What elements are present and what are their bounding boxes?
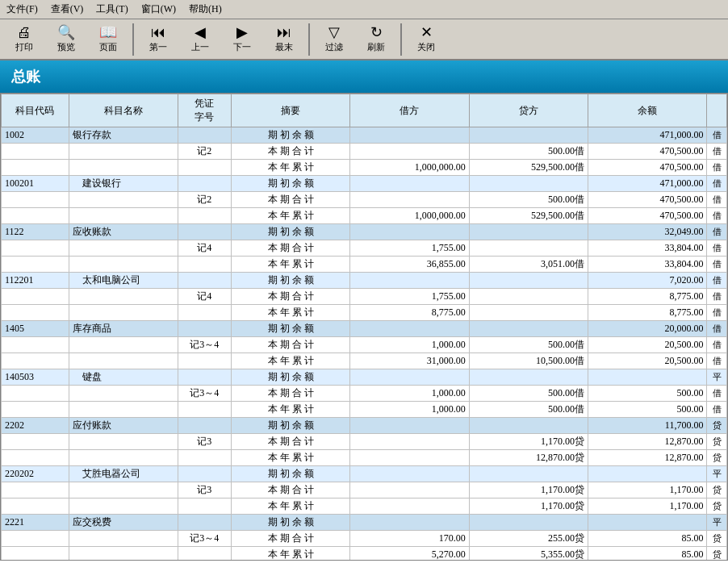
refresh-label: 刷新 bbox=[367, 41, 385, 53]
cell-name bbox=[69, 305, 178, 321]
cell-debit: 1,755.00 bbox=[350, 240, 469, 257]
cell-summary: 本 年 累 计 bbox=[231, 450, 349, 466]
cell-name bbox=[69, 531, 178, 547]
cell-dir: 借 bbox=[707, 192, 727, 208]
refresh-button[interactable]: ↻ 刷新 bbox=[357, 23, 395, 56]
page-label: 页面 bbox=[99, 41, 117, 53]
cell-credit: 10,500.00借 bbox=[469, 353, 588, 369]
cell-summary: 期 初 余 额 bbox=[231, 369, 349, 386]
prev-button[interactable]: ◀ 上一 bbox=[181, 23, 220, 56]
cell-credit bbox=[469, 466, 588, 482]
cell-voucher bbox=[178, 257, 231, 273]
table-row: 112201太和电脑公司期 初 余 额7,020.00借 bbox=[2, 273, 727, 289]
cell-code bbox=[2, 160, 69, 176]
preview-icon: 🔍 bbox=[57, 25, 75, 40]
menu-help[interactable]: 帮助(H) bbox=[186, 2, 225, 17]
cell-debit bbox=[350, 450, 469, 466]
cell-name: 太和电脑公司 bbox=[69, 273, 178, 289]
cell-name bbox=[69, 482, 178, 498]
table-row: 本 年 累 计31,000.0010,500.00借20,500.00借 bbox=[2, 353, 727, 369]
close-label: 关闭 bbox=[417, 41, 435, 53]
cell-voucher: 记3 bbox=[178, 434, 231, 450]
menu-window[interactable]: 窗口(W) bbox=[138, 2, 179, 17]
table-row: 本 年 累 计1,000.00500.00借500.00借 bbox=[2, 402, 727, 418]
cell-voucher bbox=[178, 466, 231, 482]
cell-debit bbox=[350, 466, 469, 482]
prev-label: 上一 bbox=[191, 41, 209, 53]
cell-credit: 500.00借 bbox=[469, 192, 588, 208]
header-name: 科目名称 bbox=[69, 94, 178, 127]
menu-tools[interactable]: 工具(T) bbox=[93, 2, 131, 17]
cell-credit: 500.00借 bbox=[469, 386, 588, 402]
cell-credit bbox=[469, 321, 588, 337]
cell-voucher: 记4 bbox=[178, 240, 231, 257]
cell-name bbox=[69, 289, 178, 305]
cell-dir: 借 bbox=[707, 353, 727, 369]
close-button[interactable]: ✕ 关闭 bbox=[407, 23, 446, 56]
cell-voucher bbox=[178, 176, 231, 192]
page-button[interactable]: 📖 页面 bbox=[89, 23, 128, 56]
menu-bar: 文件(F) 查看(V) 工具(T) 窗口(W) 帮助(H) bbox=[0, 0, 728, 19]
cell-debit: 1,755.00 bbox=[350, 289, 469, 305]
filter-button[interactable]: ▽ 过滤 bbox=[315, 23, 354, 56]
cell-debit bbox=[350, 482, 469, 498]
cell-code bbox=[2, 434, 69, 450]
cell-summary: 本 年 累 计 bbox=[231, 305, 349, 321]
cell-dir: 贷 bbox=[707, 434, 727, 450]
cell-dir: 借 bbox=[707, 224, 727, 240]
last-button[interactable]: ⏭ 最末 bbox=[265, 23, 303, 56]
cell-dir: 平 bbox=[707, 369, 727, 386]
cell-voucher bbox=[178, 127, 231, 144]
table-row: 220202艾胜电器公司期 初 余 额平 bbox=[2, 466, 727, 482]
cell-debit: 1,000.00 bbox=[350, 337, 469, 353]
cell-summary: 本 期 合 计 bbox=[231, 192, 349, 208]
cell-dir: 借 bbox=[707, 257, 727, 273]
cell-voucher bbox=[178, 450, 231, 466]
cell-dir: 借 bbox=[707, 144, 727, 160]
cell-voucher bbox=[178, 402, 231, 418]
table-row: 140503键盘期 初 余 额平 bbox=[2, 369, 727, 386]
first-button[interactable]: ⏮ 第一 bbox=[139, 23, 178, 56]
cell-balance: 33,804.00 bbox=[588, 257, 707, 273]
table-row: 记3～4本 期 合 计1,000.00500.00借20,500.00借 bbox=[2, 337, 727, 353]
cell-voucher bbox=[178, 369, 231, 386]
cell-voucher bbox=[178, 160, 231, 176]
cell-balance: 33,804.00 bbox=[588, 240, 707, 257]
table-row: 100201建设银行期 初 余 额471,000.00借 bbox=[2, 176, 727, 192]
first-icon: ⏮ bbox=[151, 25, 165, 40]
cell-dir: 借 bbox=[707, 273, 727, 289]
header-credit: 贷方 bbox=[469, 94, 588, 127]
cell-name bbox=[69, 434, 178, 450]
cell-debit: 170.00 bbox=[350, 531, 469, 547]
menu-view[interactable]: 查看(V) bbox=[48, 2, 87, 17]
cell-balance: 20,500.00 bbox=[588, 353, 707, 369]
cell-code: 112201 bbox=[2, 273, 69, 289]
page-title: 总账 bbox=[0, 60, 728, 93]
table-row: 本 年 累 计1,000,000.00529,500.00借470,500.00… bbox=[2, 208, 727, 224]
table-row: 记4本 期 合 计1,755.008,775.00借 bbox=[2, 289, 727, 305]
cell-voucher: 记2 bbox=[178, 144, 231, 160]
cell-summary: 本 年 累 计 bbox=[231, 160, 349, 176]
next-button[interactable]: ▶ 下一 bbox=[223, 23, 261, 56]
cell-debit: 1,000,000.00 bbox=[350, 160, 469, 176]
cell-summary: 本 期 合 计 bbox=[231, 482, 349, 498]
table-row: 2221应交税费期 初 余 额平 bbox=[2, 515, 727, 531]
print-label: 打印 bbox=[15, 41, 33, 53]
cell-summary: 本 年 累 计 bbox=[231, 547, 349, 561]
table-row: 本 年 累 计8,775.008,775.00借 bbox=[2, 305, 727, 321]
cell-name: 应付账款 bbox=[69, 418, 178, 434]
filter-icon: ▽ bbox=[328, 25, 340, 40]
cell-name bbox=[69, 208, 178, 224]
cell-balance: 470,500.00 bbox=[588, 160, 707, 176]
cell-name: 库存商品 bbox=[69, 321, 178, 337]
cell-dir: 贷 bbox=[707, 531, 727, 547]
ledger-table-wrapper[interactable]: 科目代码 科目名称 凭证 字号 摘要 借方 贷方 余额 1002银行存款期 初 … bbox=[0, 93, 728, 561]
cell-credit: 5,355.00贷 bbox=[469, 547, 588, 561]
cell-balance: 12,870.00 bbox=[588, 450, 707, 466]
table-row: 记3～4本 期 合 计1,000.00500.00借500.00借 bbox=[2, 386, 727, 402]
print-button[interactable]: 🖨 打印 bbox=[5, 23, 44, 56]
cell-summary: 本 期 合 计 bbox=[231, 289, 349, 305]
menu-file[interactable]: 文件(F) bbox=[3, 2, 41, 17]
table-row: 记3～4本 期 合 计170.00255.00贷85.00贷 bbox=[2, 531, 727, 547]
preview-button[interactable]: 🔍 预览 bbox=[47, 23, 86, 56]
